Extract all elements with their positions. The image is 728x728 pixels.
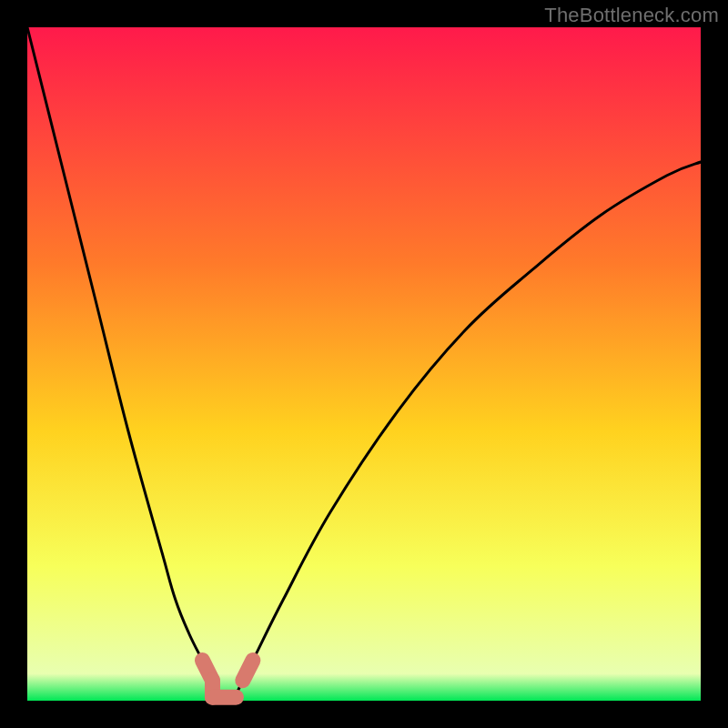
bottleneck-chart (0, 0, 728, 728)
chart-frame: TheBottleneck.com (0, 0, 728, 728)
watermark-text: TheBottleneck.com (544, 4, 719, 27)
highlight-segment-3 (243, 661, 253, 681)
gradient-background (27, 27, 701, 701)
